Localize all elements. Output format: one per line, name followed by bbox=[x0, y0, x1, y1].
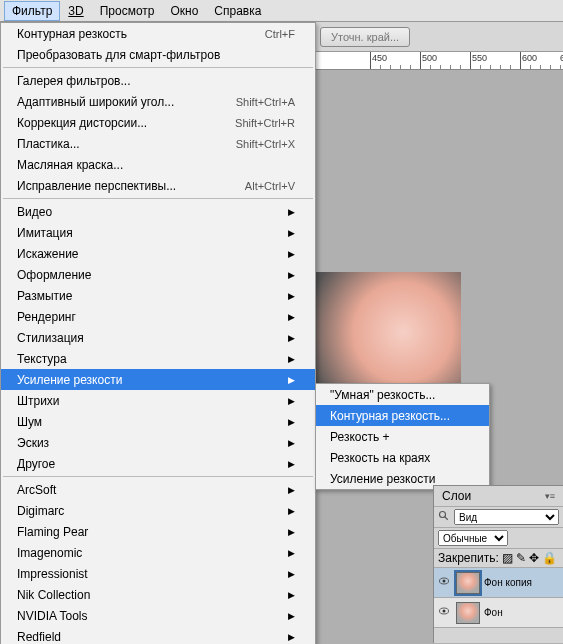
menu-item-label: Пластика... bbox=[17, 137, 80, 151]
menu-item[interactable]: Redfield▶ bbox=[1, 626, 315, 644]
svg-point-3 bbox=[443, 580, 446, 583]
submenu-item[interactable]: "Умная" резкость... bbox=[316, 384, 489, 405]
menu-item[interactable]: Рендеринг▶ bbox=[1, 306, 315, 327]
menu-item[interactable]: Имитация▶ bbox=[1, 222, 315, 243]
menu-item-label: Преобразовать для смарт-фильтров bbox=[17, 48, 220, 62]
lock-transparency-icon[interactable]: ▨ bbox=[502, 551, 513, 565]
submenu-item[interactable]: Резкость на краях bbox=[316, 447, 489, 468]
menu-item[interactable]: Контурная резкостьCtrl+F bbox=[1, 23, 315, 44]
menu-item[interactable]: Стилизация▶ bbox=[1, 327, 315, 348]
submenu-arrow-icon: ▶ bbox=[288, 569, 295, 579]
layer-name[interactable]: Фон копия bbox=[484, 577, 532, 588]
submenu-item[interactable]: Резкость + bbox=[316, 426, 489, 447]
menu-item[interactable]: Другое▶ bbox=[1, 453, 315, 474]
menu-item[interactable]: Текстура▶ bbox=[1, 348, 315, 369]
submenu-arrow-icon: ▶ bbox=[288, 527, 295, 537]
submenu-item-label: Усиление резкости bbox=[330, 472, 435, 486]
menu-item-label: Эскиз bbox=[17, 436, 49, 450]
menu-item[interactable]: Видео▶ bbox=[1, 201, 315, 222]
menu-item[interactable]: Исправление перспективы...Alt+Ctrl+V bbox=[1, 175, 315, 196]
menu-item[interactable]: Искажение▶ bbox=[1, 243, 315, 264]
menu-item[interactable]: Штрихи▶ bbox=[1, 390, 315, 411]
menu-item[interactable]: Flaming Pear▶ bbox=[1, 521, 315, 542]
submenu-arrow-icon: ▶ bbox=[288, 438, 295, 448]
menu-item-shortcut: Shift+Ctrl+A bbox=[236, 96, 295, 108]
layer-filter-row: Вид bbox=[434, 507, 563, 528]
menu-item[interactable]: Эскиз▶ bbox=[1, 432, 315, 453]
svg-point-5 bbox=[443, 610, 446, 613]
menu-item[interactable]: Адаптивный широкий угол...Shift+Ctrl+A bbox=[1, 91, 315, 112]
menu-item-label: Текстура bbox=[17, 352, 67, 366]
layer-thumbnail[interactable] bbox=[456, 572, 480, 594]
menu-item[interactable]: Impressionist▶ bbox=[1, 563, 315, 584]
menu-item[interactable]: Преобразовать для смарт-фильтров bbox=[1, 44, 315, 65]
menu-item[interactable]: Пластика...Shift+Ctrl+X bbox=[1, 133, 315, 154]
lock-all-icon[interactable]: 🔒 bbox=[542, 551, 557, 565]
menu-item-label: Impressionist bbox=[17, 567, 88, 581]
ruler-tick: 500 bbox=[422, 53, 437, 63]
visibility-icon[interactable] bbox=[438, 605, 452, 620]
menu-item-label: Стилизация bbox=[17, 331, 84, 345]
layer-row[interactable]: Фон bbox=[434, 598, 563, 628]
submenu-arrow-icon: ▶ bbox=[288, 207, 295, 217]
menu-item[interactable]: Коррекция дисторсии...Shift+Ctrl+R bbox=[1, 112, 315, 133]
menu-view[interactable]: Просмотр bbox=[92, 1, 163, 21]
menu-item-label: Искажение bbox=[17, 247, 79, 261]
menu-item-label: Контурная резкость bbox=[17, 27, 127, 41]
layer-filter-kind[interactable]: Вид bbox=[454, 509, 559, 525]
visibility-icon[interactable] bbox=[438, 575, 452, 590]
menu-item[interactable]: Усиление резкости▶ bbox=[1, 369, 315, 390]
menu-item-label: Исправление перспективы... bbox=[17, 179, 176, 193]
submenu-item[interactable]: Контурная резкость... bbox=[316, 405, 489, 426]
layer-name[interactable]: Фон bbox=[484, 607, 503, 618]
menu-item-label: Размытие bbox=[17, 289, 72, 303]
submenu-arrow-icon: ▶ bbox=[288, 611, 295, 621]
menu-item-label: Оформление bbox=[17, 268, 91, 282]
menu-item-label: Штрихи bbox=[17, 394, 60, 408]
submenu-arrow-icon: ▶ bbox=[288, 548, 295, 558]
panel-menu-icon[interactable]: ▾≡ bbox=[545, 491, 555, 501]
submenu-item-label: "Умная" резкость... bbox=[330, 388, 435, 402]
menu-item[interactable]: ArcSoft▶ bbox=[1, 479, 315, 500]
menu-item-label: Коррекция дисторсии... bbox=[17, 116, 147, 130]
menu-filter[interactable]: Фильтр bbox=[4, 1, 60, 21]
lock-paint-icon[interactable]: ✎ bbox=[516, 551, 526, 565]
menu-item-shortcut: Shift+Ctrl+R bbox=[235, 117, 295, 129]
menu-item-label: Адаптивный широкий угол... bbox=[17, 95, 174, 109]
menu-help[interactable]: Справка bbox=[206, 1, 269, 21]
submenu-item-label: Резкость + bbox=[330, 430, 390, 444]
menu-item-label: Рендеринг bbox=[17, 310, 76, 324]
menu-item-label: NVIDIA Tools bbox=[17, 609, 87, 623]
menu-item[interactable]: Digimarc▶ bbox=[1, 500, 315, 521]
submenu-item-label: Резкость на краях bbox=[330, 451, 430, 465]
submenu-arrow-icon: ▶ bbox=[288, 506, 295, 516]
menubar: Фильтр 3D Просмотр Окно Справка bbox=[0, 0, 563, 22]
submenu-arrow-icon: ▶ bbox=[288, 485, 295, 495]
menu-item-label: Видео bbox=[17, 205, 52, 219]
menu-item[interactable]: Шум▶ bbox=[1, 411, 315, 432]
layers-tab[interactable]: Слои ▾≡ bbox=[434, 486, 563, 507]
menu-item[interactable]: Масляная краска... bbox=[1, 154, 315, 175]
lock-row: Закрепить: ▨ ✎ ✥ 🔒 bbox=[434, 549, 563, 568]
menu-item-shortcut: Ctrl+F bbox=[265, 28, 295, 40]
ruler-tick: 450 bbox=[372, 53, 387, 63]
blend-mode-select[interactable]: Обычные bbox=[438, 530, 508, 546]
menu-item[interactable]: NVIDIA Tools▶ bbox=[1, 605, 315, 626]
layer-thumbnail[interactable] bbox=[456, 602, 480, 624]
menu-item[interactable]: Галерея фильтров... bbox=[1, 70, 315, 91]
submenu-arrow-icon: ▶ bbox=[288, 228, 295, 238]
menu-3d[interactable]: 3D bbox=[60, 1, 91, 21]
menu-item[interactable]: Размытие▶ bbox=[1, 285, 315, 306]
submenu-arrow-icon: ▶ bbox=[288, 459, 295, 469]
layer-row[interactable]: Фон копия bbox=[434, 568, 563, 598]
menu-item[interactable]: Оформление▶ bbox=[1, 264, 315, 285]
menu-item[interactable]: Nik Collection▶ bbox=[1, 584, 315, 605]
submenu-arrow-icon: ▶ bbox=[288, 333, 295, 343]
menu-item-label: Шум bbox=[17, 415, 42, 429]
submenu-arrow-icon: ▶ bbox=[288, 354, 295, 364]
submenu-item-label: Контурная резкость... bbox=[330, 409, 450, 423]
refine-edge-button[interactable]: Уточн. край... bbox=[320, 27, 410, 47]
menu-window[interactable]: Окно bbox=[162, 1, 206, 21]
menu-item[interactable]: Imagenomic▶ bbox=[1, 542, 315, 563]
lock-position-icon[interactable]: ✥ bbox=[529, 551, 539, 565]
